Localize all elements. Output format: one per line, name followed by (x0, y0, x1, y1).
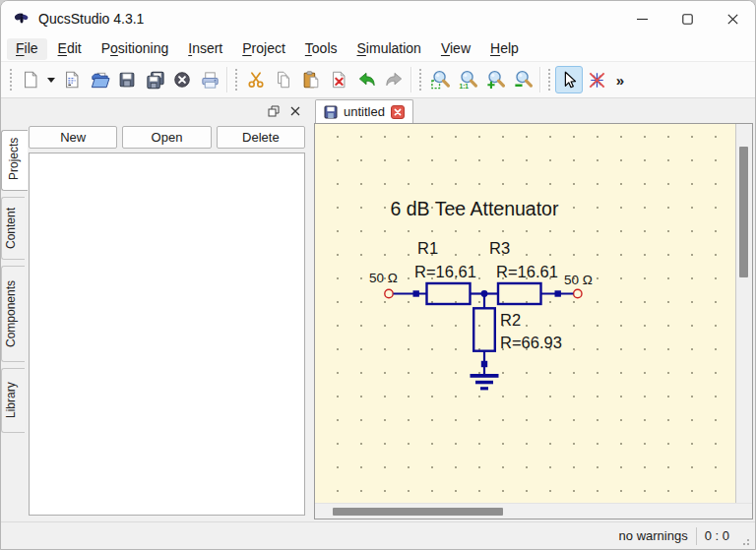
menu-positioning[interactable]: Positioning (93, 38, 178, 60)
label-r1-name[interactable]: R1 (417, 239, 438, 257)
label-r2-name[interactable]: R2 (500, 311, 521, 329)
save-all-icon (145, 70, 165, 91)
resistor-r1[interactable] (427, 283, 471, 304)
cut-button[interactable] (242, 66, 270, 93)
close-circle-icon (172, 70, 192, 90)
resistor-r3[interactable] (498, 283, 541, 304)
label-port-left[interactable]: 50 Ω (369, 271, 398, 285)
paste-clipboard-icon (301, 70, 321, 90)
toolbar-separator (410, 67, 411, 92)
close-document-button[interactable] (168, 66, 196, 93)
label-port-right[interactable]: 50 Ω (564, 273, 593, 287)
toolbar-overflow-button[interactable]: » (610, 72, 630, 89)
open-project-button[interactable]: Open (122, 126, 211, 149)
menu-view[interactable]: View (432, 38, 479, 60)
toolbar-handle[interactable] (418, 68, 422, 92)
delete-project-button[interactable]: Delete (217, 126, 305, 149)
copy-icon (274, 70, 293, 90)
label-r2-value[interactable]: R=66.93 (500, 334, 562, 351)
close-icon[interactable] (710, 1, 755, 36)
menu-tools[interactable]: Tools (296, 38, 346, 60)
main-body: Projects Content Components Library New … (1, 98, 755, 521)
horizontal-scrollbar-thumb[interactable] (333, 508, 503, 516)
schematic-title[interactable]: 6 dB Tee Attenuator (391, 198, 559, 219)
deactivate-button[interactable] (583, 66, 610, 93)
port-right[interactable] (574, 289, 582, 297)
menu-help[interactable]: Help (481, 38, 528, 60)
paste-button[interactable] (297, 66, 325, 93)
label-r3-name[interactable]: R3 (489, 239, 510, 257)
dock-float-icon[interactable] (266, 103, 282, 119)
menu-edit[interactable]: Edit (49, 38, 91, 60)
projects-panel: New Open Delete (28, 123, 309, 521)
document-area: untitled 6 dB Tee Attenuator R1 (314, 98, 755, 521)
new-file-icon (21, 70, 40, 90)
zoom-1-1-button[interactable]: 1:1 (454, 66, 481, 93)
label-r3-value[interactable]: R=16.61 (496, 263, 558, 280)
chevron-down-icon (47, 78, 55, 83)
select-tool-button[interactable] (555, 66, 583, 93)
toolbar-handle[interactable] (547, 68, 551, 92)
maximize-icon[interactable] (664, 1, 710, 36)
port-left[interactable] (385, 289, 393, 297)
svg-text:1:1: 1:1 (459, 82, 469, 89)
label-r1-value[interactable]: R=16.61 (414, 263, 476, 280)
new-file-dropdown-button[interactable] (44, 66, 58, 93)
new-file-button[interactable] (17, 66, 44, 93)
toolbar-separator (539, 67, 540, 92)
sidebar-tab-projects[interactable]: Projects (1, 130, 28, 191)
print-icon (200, 70, 220, 91)
toolbar-handle[interactable] (9, 68, 13, 92)
projects-dock: Projects Content Components Library New … (1, 98, 309, 521)
delete-button[interactable] (325, 66, 352, 93)
resistor-r2[interactable] (473, 308, 495, 350)
select-cursor-icon (559, 70, 579, 90)
menu-file[interactable]: File (7, 38, 47, 60)
sidebar-tabstrip: Projects Content Components Library (1, 123, 28, 521)
sidebar-tab-library[interactable]: Library (1, 368, 25, 433)
document-tab-untitled[interactable]: untitled (315, 99, 413, 123)
redo-icon (384, 70, 405, 91)
zoom-1-1-icon: 1:1 (458, 70, 478, 91)
zoom-fit-button[interactable] (426, 66, 454, 93)
ground-symbol[interactable] (471, 374, 499, 390)
app-window: QucsStudio 4.3.1 File Edit Positioning I… (0, 0, 756, 550)
window-controls (619, 1, 755, 36)
undo-button[interactable] (352, 66, 380, 93)
save-all-button[interactable] (141, 66, 168, 93)
zoom-out-icon (513, 70, 534, 91)
menu-project[interactable]: Project (233, 38, 294, 60)
project-actions: New Open Delete (29, 126, 305, 149)
zoom-fit-icon (430, 70, 451, 91)
toolbar-handle[interactable] (234, 68, 238, 92)
vertical-scrollbar[interactable] (736, 124, 752, 503)
delete-icon (329, 70, 348, 90)
deactivate-icon (587, 70, 607, 91)
new-text-document-button[interactable] (58, 66, 86, 93)
dock-close-icon[interactable] (287, 103, 303, 119)
save-icon (117, 70, 137, 90)
menu-simulation[interactable]: Simulation (348, 38, 430, 60)
menu-insert[interactable]: Insert (179, 38, 231, 60)
print-button[interactable] (196, 66, 223, 93)
wire-nodes (413, 290, 561, 367)
tab-close-icon[interactable] (391, 105, 405, 119)
zoom-out-button[interactable] (509, 66, 536, 93)
vertical-scrollbar-thumb[interactable] (739, 147, 748, 277)
minimize-icon[interactable] (619, 1, 664, 36)
dock-header (1, 98, 309, 123)
new-project-button[interactable]: New (29, 126, 117, 149)
redo-button[interactable] (380, 66, 408, 93)
zoom-in-button[interactable] (481, 66, 509, 93)
resize-grip[interactable] (737, 533, 751, 547)
horizontal-scrollbar[interactable] (315, 503, 752, 519)
schematic-canvas[interactable]: 6 dB Tee Attenuator R1 R3 R=16.61 R=16.6… (315, 124, 736, 503)
project-list[interactable] (29, 153, 305, 516)
statusbar: no warnings 0 : 0 (1, 521, 755, 549)
save-button[interactable] (113, 66, 141, 93)
copy-button[interactable] (270, 66, 297, 93)
open-folder-icon (90, 70, 110, 91)
sidebar-tab-content[interactable]: Content (1, 197, 25, 260)
open-file-button[interactable] (86, 66, 113, 93)
sidebar-tab-components[interactable]: Components (1, 266, 25, 362)
